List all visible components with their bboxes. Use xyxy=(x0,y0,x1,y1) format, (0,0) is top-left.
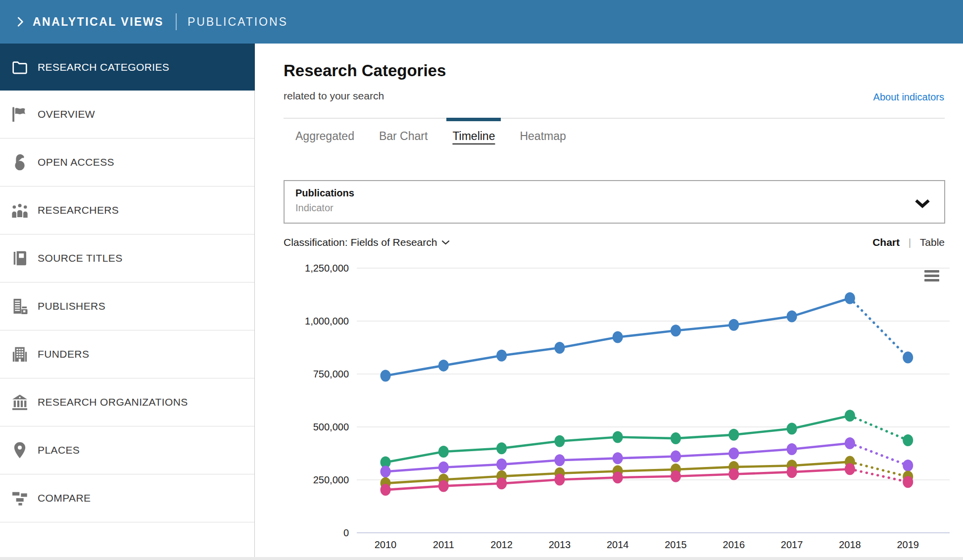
series-olive-projected-line xyxy=(850,462,908,477)
series-blue-point-2016[interactable] xyxy=(728,319,739,331)
sidebar-item-research-organizations[interactable]: RESEARCH ORGANIZATIONS xyxy=(0,378,254,426)
series-pink-point-2012[interactable] xyxy=(496,477,507,489)
sidebar-item-label: RESEARCHERS xyxy=(38,204,119,216)
series-green-point-2013[interactable] xyxy=(554,435,565,447)
series-green-point-2012[interactable] xyxy=(496,442,507,454)
series-blue-point-2017[interactable] xyxy=(787,311,797,323)
funders-icon xyxy=(9,343,31,365)
app-title: ANALYTICAL VIEWS xyxy=(33,15,164,29)
topbar-section-label: PUBLICATIONS xyxy=(188,15,288,29)
top-app-bar: ANALYTICAL VIEWS PUBLICATIONS xyxy=(0,0,963,44)
series-blue-point-2012[interactable] xyxy=(496,350,507,362)
toggle-chart[interactable]: Chart xyxy=(872,236,900,248)
chart-table-toggle: Chart | Table xyxy=(872,236,945,248)
sidebar-item-label: PLACES xyxy=(38,444,80,456)
y-axis-tick: 250,000 xyxy=(285,474,349,486)
sidebar-nav: RESEARCH CATEGORIES OVERVIEWOPEN ACCESSR… xyxy=(0,44,255,560)
series-green-point-2014[interactable] xyxy=(613,431,623,443)
view-tabs: AggregatedBar ChartTimelineHeatmap xyxy=(284,118,945,146)
main-content: Research Categories related to your sear… xyxy=(255,44,963,560)
series-purple-point-2013[interactable] xyxy=(554,454,565,466)
classification-selector[interactable]: Classification: Fields of Research xyxy=(284,236,450,248)
series-blue-point-2013[interactable] xyxy=(554,342,565,354)
series-pink-point-2019[interactable] xyxy=(903,476,913,488)
series-purple-point-2019[interactable] xyxy=(903,460,913,471)
sidebar-item-places[interactable]: PLACES xyxy=(0,426,254,474)
series-pink-point-2010[interactable] xyxy=(381,484,391,496)
tab-heatmap[interactable]: Heatmap xyxy=(514,119,572,146)
toggle-table[interactable]: Table xyxy=(920,236,945,248)
sidebar-item-label: SOURCE TITLES xyxy=(38,252,123,264)
series-purple-point-2016[interactable] xyxy=(728,448,739,460)
sidebar-item-label: RESEARCH CATEGORIES xyxy=(38,61,169,73)
series-purple-point-2011[interactable] xyxy=(438,462,449,473)
tab-aggregated[interactable]: Aggregated xyxy=(289,119,360,146)
publishers-icon xyxy=(9,295,31,317)
places-icon xyxy=(9,439,31,461)
y-axis-tick: 1,250,000 xyxy=(285,262,349,274)
series-purple-point-2017[interactable] xyxy=(787,443,797,455)
folder-icon xyxy=(9,56,31,78)
series-pink-point-2018[interactable] xyxy=(845,463,855,475)
series-purple-point-2018[interactable] xyxy=(845,437,855,449)
series-pink-point-2016[interactable] xyxy=(728,468,739,480)
indicator-field-label: Indicator xyxy=(295,202,334,214)
series-green-point-2011[interactable] xyxy=(438,446,449,458)
series-pink-point-2014[interactable] xyxy=(613,471,623,483)
series-green-point-2015[interactable] xyxy=(671,432,681,444)
sidebar-item-publishers[interactable]: PUBLISHERS xyxy=(0,282,254,330)
series-pink-point-2015[interactable] xyxy=(671,470,681,482)
series-pink-point-2013[interactable] xyxy=(554,474,565,486)
sidebar-item-label: RESEARCH ORGANIZATIONS xyxy=(38,396,188,408)
indicator-dropdown[interactable]: Publications Indicator xyxy=(284,180,945,224)
series-blue-point-2011[interactable] xyxy=(438,360,449,372)
sidebar-item-label: OPEN ACCESS xyxy=(38,156,114,168)
sidebar-item-label: OVERVIEW xyxy=(38,108,95,120)
series-purple-point-2015[interactable] xyxy=(671,450,681,462)
sidebar-item-overview[interactable]: OVERVIEW xyxy=(0,91,254,139)
series-pink-point-2017[interactable] xyxy=(787,466,797,478)
tab-bar-chart[interactable]: Bar Chart xyxy=(373,119,433,146)
sidebar-item-label: FUNDERS xyxy=(38,348,89,360)
classification-label: Classification: Fields of Research xyxy=(284,236,437,248)
series-green-point-2018[interactable] xyxy=(845,410,855,421)
y-axis-tick: 750,000 xyxy=(285,368,349,380)
sidebar-item-research-categories[interactable]: RESEARCH CATEGORIES xyxy=(0,44,255,91)
series-purple-point-2012[interactable] xyxy=(496,459,507,470)
series-purple-point-2010[interactable] xyxy=(381,466,391,477)
series-green-point-2019[interactable] xyxy=(903,434,913,446)
sidebar-item-compare[interactable]: COMPARE xyxy=(0,474,254,522)
chart-menu-icon[interactable] xyxy=(924,270,939,281)
research-organizations-icon xyxy=(9,391,31,413)
flag-icon xyxy=(9,103,31,125)
series-green-point-2017[interactable] xyxy=(787,422,797,434)
page-subtitle: related to your search xyxy=(284,90,384,102)
series-blue-point-2010[interactable] xyxy=(381,370,391,381)
toggle-separator: | xyxy=(909,236,911,248)
series-pink-point-2011[interactable] xyxy=(438,480,449,492)
series-green-projected-line xyxy=(850,416,908,440)
about-indicators-link[interactable]: About indicators xyxy=(873,92,944,103)
expand-chevron-icon[interactable] xyxy=(14,15,27,28)
y-axis-tick: 0 xyxy=(285,527,349,539)
series-blue-point-2018[interactable] xyxy=(845,292,855,304)
series-green-point-2016[interactable] xyxy=(728,429,739,441)
sidebar-item-source-titles[interactable]: SOURCE TITLES xyxy=(0,234,254,282)
sidebar-item-label: COMPARE xyxy=(38,492,91,504)
sidebar-item-open-access[interactable]: OPEN ACCESS xyxy=(0,139,254,187)
series-purple-point-2014[interactable] xyxy=(613,452,623,464)
sidebar-item-label: PUBLISHERS xyxy=(38,300,105,312)
series-blue-point-2014[interactable] xyxy=(613,331,623,343)
series-blue-projected-line xyxy=(850,298,908,358)
sidebar-item-researchers[interactable]: RESEARCHERS xyxy=(0,187,254,234)
series-blue-point-2019[interactable] xyxy=(903,352,913,364)
series-purple-projected-line xyxy=(850,443,908,466)
indicator-selected-value: Publications xyxy=(295,187,354,199)
series-blue-point-2015[interactable] xyxy=(671,325,681,336)
y-axis-tick: 1,000,000 xyxy=(285,315,349,327)
open-access-icon xyxy=(9,151,31,173)
tab-timeline[interactable]: Timeline xyxy=(446,119,501,146)
sidebar-item-funders[interactable]: FUNDERS xyxy=(0,330,254,378)
chart-plot xyxy=(349,262,963,552)
researchers-icon xyxy=(9,199,31,221)
